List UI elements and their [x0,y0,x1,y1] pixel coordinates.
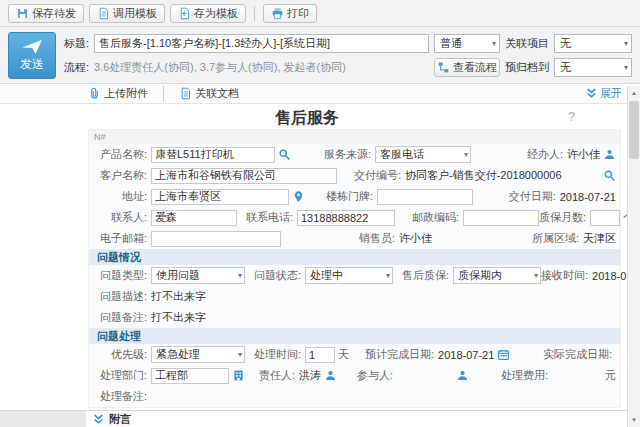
save-draft-button[interactable]: 保存待发 [8,4,84,23]
browse-icon[interactable] [278,148,291,161]
title-label: 标题: [64,36,89,51]
postcode-input[interactable] [463,210,539,226]
problem-note-value[interactable]: 打不出来字 [151,310,206,325]
email-input[interactable] [151,231,281,247]
service-source-select[interactable]: 客服电话 ▾ [375,146,471,163]
service-source-value: 客服电话 [380,147,424,162]
header-flow-row: 流程: 3.6处理责任人(协同), 3.7参与人(协同), 发起者(协同) 查看… [64,55,632,79]
chevron-down-icon: ▾ [238,271,242,280]
building-input[interactable] [377,189,473,205]
flow-text: 3.6处理责任人(协同), 3.7参与人(协同), 发起者(协同) [94,60,429,75]
contact-label: 联系人: [93,210,151,225]
problem-desc-label: 问题描述: [93,289,151,304]
importance-select[interactable]: 普通 ▾ [434,34,500,53]
form-row-problem-desc: 问题描述: 打不出来字 [89,286,620,307]
related-project-value: 无 [560,36,571,51]
department-icon[interactable] [232,369,245,382]
view-flow-button[interactable]: 查看流程 [434,58,500,77]
link-document-button[interactable]: 关联文档 [179,86,239,101]
delivery-no-value: 协同客户-销售交付-2018000006 [405,168,562,183]
priority-value: 紧急处理 [156,347,200,362]
problem-section-title: 问题情况 [97,250,141,265]
customer-input[interactable] [151,168,337,184]
delivery-date-value: 2018-07-21 [560,191,616,203]
form-row-problem-selects: 问题类型: 使用问题 ▾ 问题状态: 处理中 ▾ 售后质保: 质保期内 ▾ 接收… [89,265,620,286]
problem-status-select[interactable]: 处理中 ▾ [305,267,393,284]
form-title-row: 售后服务 ? [88,107,621,129]
dept-input[interactable] [151,368,229,384]
form-row-dept: 处理部门: 责任人: 洪涛 参与人: 处理费用: 元 [89,365,620,386]
priority-select[interactable]: 紧急处理 ▾ [151,346,245,363]
expand-link[interactable]: 展开 [585,86,622,101]
form-row-customer: 客户名称: 交付编号: 协同客户-销售交付-2018000006 [89,165,620,186]
print-icon [271,7,284,20]
dept-label: 处理部门: [93,368,151,383]
warranty-months-input[interactable] [590,210,620,226]
receive-time-label: 接收时间: [541,268,592,283]
problem-type-select[interactable]: 使用问题 ▾ [151,267,245,284]
title-input[interactable] [94,34,429,53]
chevron-down-icon: ▾ [238,350,242,359]
owner-label: 责任人: [259,368,299,383]
handle-time-unit: 天 [338,347,349,362]
chevron-down-icon: ▾ [464,150,468,159]
person-icon[interactable] [603,148,616,161]
view-flow-label: 查看流程 [453,60,497,75]
handle-time-label: 处理时间: [247,347,305,362]
vertical-scrollbar[interactable]: ▲ ▼ [627,86,640,427]
problem-status-value: 处理中 [310,268,343,283]
chevron-down-icon: ▾ [624,63,628,72]
problem-section-header: 问题情况 [89,249,620,265]
location-icon[interactable] [292,190,305,203]
help-icon[interactable]: ? [568,110,575,124]
owner-value: 洪涛 [299,368,321,383]
save-as-template-button[interactable]: 存为模板 [170,4,246,23]
scroll-up-arrow[interactable]: ▲ [628,87,640,99]
building-label: 楼栋门牌: [319,189,377,204]
phone-label: 联系电话: [239,210,297,225]
aftersale-warranty-select[interactable]: 质保期内 ▾ [453,267,541,284]
product-input[interactable] [151,147,275,163]
person-icon[interactable] [324,369,337,382]
upload-attachment-button[interactable]: 上传附件 [88,86,148,101]
handle-time-input[interactable] [305,347,335,363]
service-source-label: 服务来源: [317,147,375,162]
form-row-email: 电子邮箱: 销售员: 许小佳 所属区域: 天津区 [89,228,620,249]
top-toolbar: 保存待发 调用模板 存为模板 打印 [0,0,640,27]
problem-desc-value[interactable]: 打不出来字 [151,289,206,304]
save-icon [16,7,29,20]
cost-unit: 元 [605,368,616,383]
chevron-down-icon: ▾ [386,271,390,280]
send-button[interactable]: 发送 [8,32,56,79]
double-chevron-down-icon [92,413,105,426]
postcode-label: 邮政编码: [405,210,463,225]
prearchive-select[interactable]: 无 ▾ [554,58,632,77]
related-project-select[interactable]: 无 ▾ [554,34,632,53]
aftersale-warranty-value: 质保期内 [458,268,502,283]
aftersale-warranty-label: 售后质保: [395,268,453,283]
link-document-label: 关联文档 [195,86,239,101]
flow-icon [437,61,450,74]
actual-date-label: 实际完成日期: [543,347,616,362]
scroll-down-arrow[interactable]: ▼ [628,414,640,426]
form-row-product: 产品名称: 服务来源: 客服电话 ▾ 经办人: 许小佳 [89,144,620,165]
scrollbar-thumb[interactable] [629,101,639,159]
upload-attachment-label: 上传附件 [104,86,148,101]
person-icon[interactable] [456,369,469,382]
prearchive-value: 无 [560,60,571,75]
print-label: 打印 [287,6,309,21]
contact-input[interactable] [151,210,237,226]
address-input[interactable] [151,189,289,205]
document-icon [179,87,192,100]
browse-icon[interactable] [603,169,616,182]
send-plane-icon [21,39,43,55]
calendar-icon[interactable] [497,348,510,361]
postscript-bar[interactable]: 附言 [86,410,627,427]
email-label: 电子邮箱: [93,231,151,246]
print-button[interactable]: 打印 [263,4,317,23]
problem-note-label: 问题备注: [93,310,151,325]
priority-label: 优先级: [93,347,151,362]
phone-input[interactable] [297,210,395,226]
expect-date-value: 2018-07-21 [438,349,494,361]
use-template-button[interactable]: 调用模板 [89,4,165,23]
